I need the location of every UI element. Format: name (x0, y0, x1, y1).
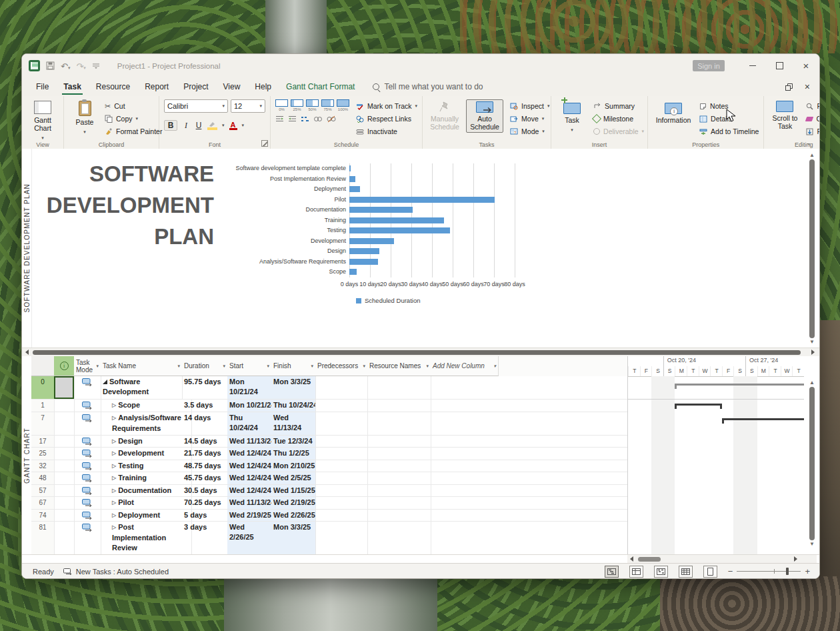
inspect-button[interactable]: Inspect ▾ (510, 101, 549, 111)
task-mode-cell[interactable] (74, 412, 101, 435)
task-name-cell[interactable]: ▷Development (101, 448, 192, 460)
task-name-cell[interactable]: ▷Design (101, 436, 192, 448)
clear-button[interactable]: Clear ▾ (806, 113, 820, 124)
finish-cell[interactable]: Wed 2/5/25 (271, 472, 316, 484)
finish-cell[interactable]: Wed 1/15/25 (271, 485, 316, 497)
row-info-cell[interactable] (54, 448, 75, 460)
filter-caret-icon[interactable]: ▾ (363, 362, 365, 370)
add-new-column-cell[interactable] (431, 510, 498, 522)
task-mode-cell[interactable] (74, 472, 101, 484)
filter-caret-icon[interactable]: ▾ (223, 362, 225, 370)
zoom-out-icon[interactable]: − (728, 566, 733, 576)
tab-resource[interactable]: Resource (89, 77, 137, 96)
task-usage-view-icon[interactable] (629, 566, 643, 578)
expand-collapse-icon[interactable]: ▷ (112, 486, 116, 496)
predecessors-cell[interactable] (315, 485, 368, 497)
start-cell[interactable]: Wed 11/13/24 (227, 497, 272, 509)
notes-button[interactable]: Notes (699, 101, 759, 111)
resource-names-cell[interactable] (367, 472, 431, 484)
finish-cell[interactable]: Wed 2/19/25 (271, 497, 316, 509)
finish-cell[interactable]: Tue 12/3/24 (271, 436, 316, 448)
paste-button[interactable]: Paste ▾ (69, 99, 101, 137)
resource-sheet-view-icon[interactable] (679, 566, 693, 578)
task-mode-cell[interactable] (74, 510, 101, 522)
predecessors-cell[interactable] (315, 510, 368, 522)
table-row[interactable]: 81 ▷Post Implementation Review 3 days We… (31, 522, 627, 554)
scroll-down-icon[interactable]: ▼ (809, 340, 815, 345)
insert-task-button[interactable]: Task ▾ (556, 99, 588, 135)
predecessors-cell[interactable] (315, 412, 368, 435)
expand-collapse-icon[interactable]: ▷ (112, 400, 116, 410)
add-new-column-cell[interactable] (431, 436, 498, 448)
expand-collapse-icon[interactable]: ▷ (112, 461, 116, 471)
task-mode-cell[interactable] (74, 460, 101, 472)
expand-collapse-icon[interactable]: ▷ (112, 498, 116, 508)
row-info-cell[interactable] (54, 485, 75, 497)
scroll-left-icon[interactable] (630, 556, 633, 562)
percent-complete-50%[interactable]: 50% (306, 99, 319, 111)
mark-on-track-button[interactable]: Mark on Track ▾ (356, 101, 417, 111)
tab-view[interactable]: View (216, 77, 248, 96)
format-painter-button[interactable]: Format Painter (105, 126, 162, 137)
close-button[interactable]: × (793, 54, 819, 77)
resource-names-cell[interactable] (367, 412, 431, 435)
row-id-cell[interactable]: 17 (31, 436, 55, 448)
row-info-cell[interactable] (54, 376, 75, 399)
task-name-column-header[interactable]: Task Name▾ (101, 356, 183, 376)
report-view-icon[interactable] (703, 566, 717, 578)
row-id-cell[interactable]: 1 (31, 400, 55, 412)
gantt-chart-view-icon[interactable] (605, 566, 619, 578)
details-button[interactable]: Details (699, 113, 759, 124)
resource-names-cell[interactable] (367, 436, 431, 448)
team-planner-view-icon[interactable] (654, 566, 668, 578)
table-row[interactable]: 0 Software Development 95.75 days Mon 10… (31, 376, 627, 400)
copy-button[interactable]: Copy ▾ (105, 113, 162, 124)
row-info-cell[interactable] (54, 472, 75, 484)
filter-caret-icon[interactable]: ▾ (96, 362, 99, 370)
start-cell[interactable]: Mon 10/21/24 (227, 376, 272, 399)
manually-schedule-button[interactable]: Manually Schedule (427, 99, 462, 132)
table-vertical-scrollbar[interactable]: ▲ ▼ (808, 380, 816, 547)
table-row[interactable]: 48 ▷Training 45.75 days Wed 12/4/24 Wed … (31, 472, 627, 485)
expand-collapse-icon[interactable]: ▷ (112, 522, 116, 532)
predecessors-cell[interactable] (315, 497, 368, 509)
scroll-to-task-button[interactable]: Scroll to Task (769, 99, 801, 131)
predecessors-cell[interactable] (315, 522, 368, 554)
predecessors-cell[interactable] (315, 400, 368, 412)
duration-cell[interactable]: 30.5 days (182, 485, 228, 497)
duration-cell[interactable]: 5 days (182, 510, 228, 522)
expand-collapse-icon[interactable]: ▷ (112, 448, 116, 458)
add-new-column-cell[interactable] (431, 497, 498, 509)
finish-column-header[interactable]: Finish▾ (271, 356, 316, 376)
duration-cell[interactable]: 45.75 days (182, 472, 228, 484)
scroll-left-icon[interactable] (25, 350, 29, 355)
predecessors-cell[interactable] (315, 436, 368, 448)
row-info-cell[interactable] (54, 400, 75, 412)
unlink-tasks-icon[interactable] (327, 115, 336, 123)
resource-names-column-header[interactable]: Resource Names▾ (367, 356, 431, 376)
undo-button[interactable]: ↶▾ (61, 60, 70, 72)
finish-cell[interactable]: Thu 10/24/24 (271, 400, 316, 412)
mode-button[interactable]: ? Mode ▾ (510, 126, 549, 137)
predecessors-cell[interactable] (315, 460, 368, 472)
select-all-cell[interactable] (31, 356, 55, 376)
duration-cell[interactable]: 48.75 days (182, 460, 228, 472)
add-new-column-cell[interactable] (431, 400, 498, 412)
zoom-slider-handle[interactable] (786, 568, 789, 575)
start-cell[interactable]: Wed 11/13/24 (227, 436, 272, 448)
info-column-header[interactable]: i (54, 356, 75, 376)
table-row[interactable]: 67 ▷Pilot 70.25 days Wed 11/13/24 Wed 2/… (31, 497, 627, 510)
task-name-cell[interactable]: ▷Testing (101, 460, 192, 472)
resource-names-cell[interactable] (367, 485, 431, 497)
duration-cell[interactable]: 3.5 days (182, 400, 228, 412)
resource-names-cell[interactable] (367, 522, 431, 554)
gantt-summary-bar[interactable] (675, 404, 721, 406)
inactivate-button[interactable]: Inactivate (356, 126, 417, 137)
row-id-cell[interactable]: 32 (31, 460, 55, 472)
information-button[interactable]: i Information (653, 99, 694, 125)
zoom-in-icon[interactable]: + (805, 566, 810, 576)
font-color-button[interactable]: A (229, 121, 237, 130)
row-id-cell[interactable]: 25 (31, 448, 55, 460)
collapse-ribbon-icon[interactable]: ⌄ (806, 139, 811, 146)
start-cell[interactable]: Wed 12/4/24 (227, 472, 272, 484)
